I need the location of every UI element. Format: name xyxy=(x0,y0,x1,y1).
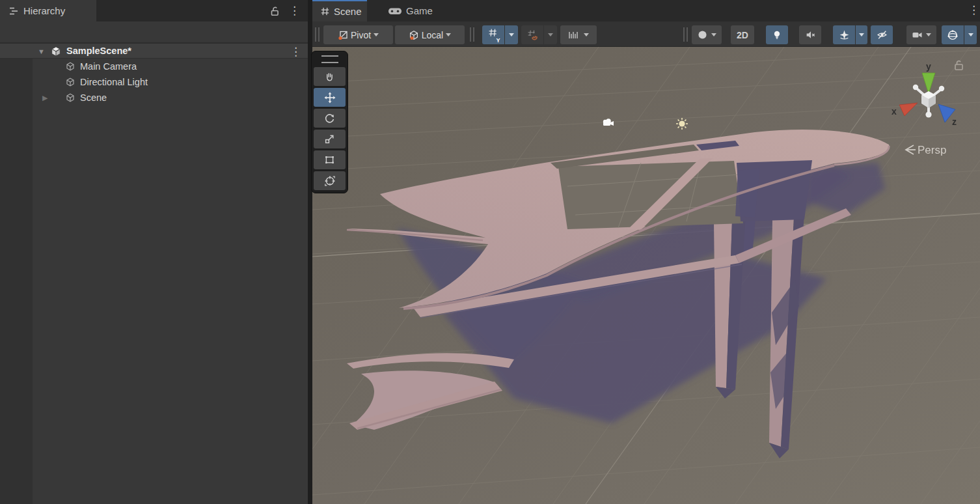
move-tool[interactable] xyxy=(314,88,346,107)
pivot-icon xyxy=(338,30,348,40)
caret-down-icon xyxy=(859,33,864,36)
scene-lighting-button[interactable] xyxy=(766,25,788,44)
scene-header-label: SampleScene* xyxy=(66,46,131,56)
caret-down-icon xyxy=(584,33,589,36)
effects-caret-button[interactable] xyxy=(856,25,867,44)
local-label: Local xyxy=(422,30,443,40)
axis-y-label: y xyxy=(926,61,931,72)
hierarchy-left-strip xyxy=(0,43,33,504)
shaded-sphere-icon xyxy=(697,29,708,40)
scene-viewport[interactable]: y x z Persp xyxy=(312,47,980,504)
unity-editor-window: Hierarchy ⋮ + ▼ xyxy=(0,0,980,504)
tree-item-main-camera[interactable]: Main Camera xyxy=(0,59,308,74)
eye-slash-icon xyxy=(877,29,888,40)
grid-visibility-caret-button[interactable] xyxy=(505,25,518,44)
rect-tool-icon xyxy=(324,154,335,165)
grid-snap-button[interactable] xyxy=(521,25,543,44)
toolbar-drag-handle[interactable] xyxy=(470,27,474,42)
unity-scene-icon xyxy=(50,46,62,57)
scene-header-kebab-icon[interactable]: ⋮ xyxy=(290,46,301,57)
tree-item-label: Directional Light xyxy=(80,77,148,87)
grid-snap-caret-button[interactable] xyxy=(544,25,557,44)
gameobject-cube-icon xyxy=(65,61,75,72)
effects-button[interactable] xyxy=(833,25,855,44)
tools-overlay xyxy=(311,51,348,193)
local-button[interactable]: Local xyxy=(395,25,465,44)
tab-hierarchy[interactable]: Hierarchy xyxy=(0,0,96,21)
pivot-button[interactable]: Pivot xyxy=(323,25,393,44)
rotate-icon xyxy=(324,113,335,124)
grid-snap-magnet-icon xyxy=(527,29,538,40)
hierarchy-icon xyxy=(8,6,19,16)
transform-tool[interactable] xyxy=(314,171,346,190)
hierarchy-menu-kebab-icon[interactable]: ⋮ xyxy=(289,5,300,16)
unlock-icon[interactable] xyxy=(268,5,281,18)
gamepad-icon xyxy=(388,6,402,16)
tab-scene[interactable]: Scene xyxy=(312,0,367,21)
view-hand-tool[interactable] xyxy=(314,67,346,86)
hierarchy-search-row: + xyxy=(0,21,308,43)
expand-closed-icon[interactable]: ▶ xyxy=(42,94,48,102)
pivot-label: Pivot xyxy=(351,30,371,40)
tools-drag-handle-icon[interactable] xyxy=(321,55,338,63)
hierarchy-tab-bar: Hierarchy ⋮ xyxy=(0,0,308,21)
gizmos-button[interactable] xyxy=(942,25,964,44)
scale-icon xyxy=(324,133,335,145)
gameobject-cube-icon xyxy=(65,77,75,87)
grid-visibility-button[interactable]: Y xyxy=(482,25,504,44)
caret-down-icon xyxy=(509,33,514,36)
tree-item-directional-light[interactable]: Directional Light xyxy=(0,74,308,90)
lightbulb-icon xyxy=(772,30,782,40)
gizmos-globe-icon xyxy=(947,29,959,41)
hand-icon xyxy=(324,71,335,82)
axis-z-label: z xyxy=(952,117,957,127)
2d-toggle-button[interactable]: 2D xyxy=(731,25,754,44)
scene-panel-kebab-icon[interactable]: ⋮ xyxy=(968,5,979,16)
shading-mode-button[interactable] xyxy=(692,25,722,44)
gizmos-caret-button[interactable] xyxy=(964,25,977,44)
snap-increment-button[interactable] xyxy=(560,25,597,44)
rotate-tool[interactable] xyxy=(314,109,346,128)
camera-settings-button[interactable] xyxy=(906,25,936,44)
caret-down-icon xyxy=(968,33,973,36)
caret-down-icon xyxy=(711,33,716,36)
caret-down-icon xyxy=(548,33,553,36)
hierarchy-tree: ▼ SampleScene* ⋮ Main Camera Directional… xyxy=(0,43,308,504)
directional-light-gizmo-icon[interactable] xyxy=(676,118,688,130)
axis-x-label: x xyxy=(892,106,897,117)
persp-label: Persp xyxy=(918,144,946,156)
game-tab-label: Game xyxy=(406,5,433,16)
2d-label: 2D xyxy=(737,30,748,40)
rect-tool[interactable] xyxy=(314,150,346,169)
transform-icon xyxy=(324,175,336,187)
camera-icon xyxy=(912,30,923,40)
effects-sparkle-icon xyxy=(839,29,850,40)
toolbar-drag-handle[interactable] xyxy=(315,27,320,42)
tree-item-label: Main Camera xyxy=(80,61,137,72)
move-icon xyxy=(324,92,336,104)
tab-game[interactable]: Game xyxy=(383,0,450,21)
scale-tool[interactable] xyxy=(314,130,346,148)
audio-mute-button[interactable] xyxy=(799,25,821,44)
local-caret-icon xyxy=(446,33,451,36)
scene-header-row[interactable]: ▼ SampleScene* ⋮ xyxy=(0,43,308,59)
local-cube-icon xyxy=(409,30,419,40)
toolbar-drag-handle[interactable] xyxy=(683,27,688,42)
expand-open-icon[interactable]: ▼ xyxy=(38,48,45,55)
scene-grid-icon xyxy=(320,7,330,16)
hierarchy-tab-label: Hierarchy xyxy=(23,5,65,16)
scene-tab-label: Scene xyxy=(334,6,362,17)
grid-axis-label: Y xyxy=(496,37,500,44)
pivot-caret-icon xyxy=(374,33,379,36)
tree-item-label: Scene xyxy=(80,92,107,103)
scene-visibility-button[interactable] xyxy=(871,25,893,44)
tree-item-scene[interactable]: ▶ Scene xyxy=(0,90,308,105)
snap-increment-icon xyxy=(568,30,580,40)
caret-down-icon xyxy=(926,33,931,36)
gameobject-cube-icon xyxy=(65,92,75,103)
speaker-mute-icon xyxy=(805,29,816,40)
